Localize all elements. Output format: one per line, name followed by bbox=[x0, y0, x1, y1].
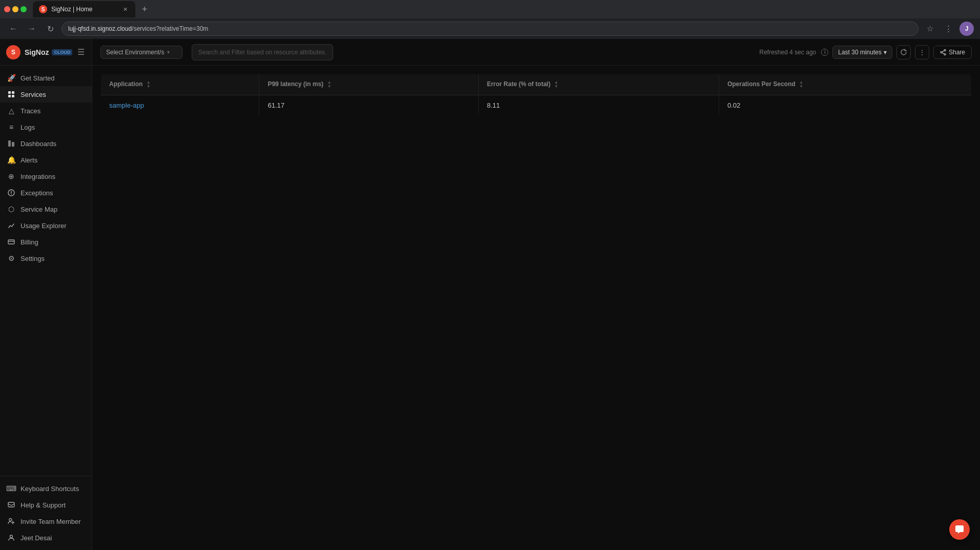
svg-rect-0 bbox=[8, 91, 11, 94]
svg-rect-5 bbox=[12, 142, 14, 147]
service-map-icon: ⬡ bbox=[7, 205, 15, 213]
sidebar-item-get-started[interactable]: 🚀 Get Started bbox=[0, 70, 92, 86]
keyboard-shortcuts-item[interactable]: ⌨ Keyboard Shortcuts bbox=[0, 480, 92, 497]
header-left: Select Environment/s ▾ Search and Filter… bbox=[100, 44, 333, 60]
new-tab-button[interactable]: + bbox=[137, 2, 152, 16]
invite-team-member-item[interactable]: Invite Team Member bbox=[0, 513, 92, 529]
col-application[interactable]: Application ▲▼ bbox=[101, 74, 259, 95]
profile-button[interactable]: J bbox=[959, 22, 974, 36]
cell-application: sample-app bbox=[101, 95, 259, 116]
share-icon bbox=[940, 49, 946, 55]
app-link[interactable]: sample-app bbox=[109, 101, 144, 109]
col-ops-per-second[interactable]: Operations Per Second ▲▼ bbox=[719, 74, 972, 95]
browser-tab-active[interactable]: S SigNoz | Home ✕ bbox=[33, 1, 135, 17]
col-error-rate[interactable]: Error Rate (% of total) ▲▼ bbox=[478, 74, 719, 95]
sidebar-item-usage-explorer[interactable]: Usage Explorer bbox=[0, 217, 92, 234]
sort-icon: ▲▼ bbox=[799, 80, 803, 89]
environment-selector[interactable]: Select Environment/s ▾ bbox=[100, 46, 182, 59]
sidebar-item-dashboards[interactable]: Dashboards bbox=[0, 135, 92, 152]
sidebar-item-settings[interactable]: ⚙ Settings bbox=[0, 250, 92, 267]
get-started-icon: 🚀 bbox=[7, 74, 15, 82]
forward-button[interactable]: → bbox=[25, 22, 39, 36]
address-url: lujj-qfsd.in.signoz.cloud/services?relat… bbox=[68, 25, 208, 32]
chat-icon bbox=[954, 524, 965, 535]
sidebar-item-label: Integrations bbox=[21, 173, 55, 180]
brand-name: SigNoz bbox=[25, 48, 49, 56]
sidebar-item-label: Usage Explorer bbox=[21, 222, 67, 230]
col-error-label: Error Rate (% of total) bbox=[487, 80, 550, 88]
invite-icon bbox=[7, 517, 15, 525]
sidebar-item-service-map[interactable]: ⬡ Service Map bbox=[0, 201, 92, 217]
billing-icon bbox=[7, 238, 15, 246]
sidebar: S SigNoz CLOUD ☰ 🚀 Get Started Services … bbox=[0, 39, 92, 550]
address-bar[interactable]: lujj-qfsd.in.signoz.cloud/services?relat… bbox=[62, 22, 918, 36]
env-select-text: Select Environment/s bbox=[106, 49, 164, 56]
back-button[interactable]: ← bbox=[6, 22, 21, 36]
sidebar-item-label: Dashboards bbox=[21, 140, 56, 148]
chat-widget[interactable] bbox=[949, 519, 970, 540]
tab-favicon: S bbox=[39, 5, 47, 13]
more-options-button[interactable]: ⋮ bbox=[915, 45, 929, 59]
svg-point-8 bbox=[11, 194, 12, 195]
refresh-info: Refreshed 4 sec ago i bbox=[760, 49, 829, 56]
tab-title: SigNoz | Home bbox=[51, 6, 117, 13]
cell-p99-latency: 61.17 bbox=[259, 95, 479, 116]
svg-rect-1 bbox=[12, 91, 14, 94]
info-icon: i bbox=[821, 49, 828, 56]
cloud-badge: CLOUD bbox=[52, 49, 72, 55]
header-right: Refreshed 4 sec ago i Last 30 minutes ▾ … bbox=[760, 45, 972, 59]
cell-error-rate: 8.11 bbox=[478, 95, 719, 116]
sidebar-item-services[interactable]: Services bbox=[0, 86, 92, 103]
sidebar-item-logs[interactable]: ≡ Logs bbox=[0, 119, 92, 135]
services-table: Application ▲▼ P99 latency (in ms) ▲▼ Er… bbox=[100, 74, 972, 116]
help-support-label: Help & Support bbox=[21, 501, 66, 509]
dashboards-icon bbox=[7, 139, 15, 148]
sidebar-toggle-button[interactable]: ☰ bbox=[76, 46, 86, 58]
window-maximize-button[interactable] bbox=[21, 6, 27, 12]
exceptions-icon bbox=[7, 189, 15, 197]
usage-explorer-icon bbox=[7, 221, 15, 230]
svg-rect-3 bbox=[12, 95, 14, 97]
col-application-label: Application bbox=[109, 80, 142, 88]
window-controls bbox=[4, 6, 27, 12]
col-ops-label: Operations Per Second bbox=[727, 80, 795, 88]
col-p99-latency[interactable]: P99 latency (in ms) ▲▼ bbox=[259, 74, 479, 95]
extension-button[interactable]: ⋮ bbox=[941, 22, 955, 36]
help-support-item[interactable]: Help & Support bbox=[0, 497, 92, 513]
table-container: Application ▲▼ P99 latency (in ms) ▲▼ Er… bbox=[92, 66, 980, 550]
sidebar-item-traces[interactable]: △ Traces bbox=[0, 103, 92, 119]
refresh-button[interactable]: ↻ bbox=[43, 22, 57, 36]
sidebar-item-billing[interactable]: Billing bbox=[0, 234, 92, 250]
bookmark-button[interactable]: ☆ bbox=[923, 22, 937, 36]
sidebar-header: S SigNoz CLOUD ☰ bbox=[0, 39, 92, 66]
sidebar-item-exceptions[interactable]: Exceptions bbox=[0, 185, 92, 201]
sidebar-item-integrations[interactable]: ⊕ Integrations bbox=[0, 168, 92, 185]
sidebar-item-label: Traces bbox=[21, 107, 40, 115]
address-bar-row: ← → ↻ lujj-qfsd.in.signoz.cloud/services… bbox=[0, 18, 980, 39]
alerts-icon: 🔔 bbox=[7, 156, 15, 164]
logs-icon: ≡ bbox=[7, 123, 15, 131]
keyboard-shortcuts-icon: ⌨ bbox=[7, 484, 15, 493]
sidebar-item-label: Exceptions bbox=[21, 189, 53, 197]
main-header: Select Environment/s ▾ Search and Filter… bbox=[92, 39, 980, 66]
svg-rect-4 bbox=[8, 140, 11, 147]
table-header: Application ▲▼ P99 latency (in ms) ▲▼ Er… bbox=[101, 74, 972, 95]
svg-line-19 bbox=[942, 51, 944, 52]
window-minimize-button[interactable] bbox=[12, 6, 18, 12]
table-header-row: Application ▲▼ P99 latency (in ms) ▲▼ Er… bbox=[101, 74, 972, 95]
time-range-selector[interactable]: Last 30 minutes ▾ bbox=[832, 46, 892, 59]
tab-close-button[interactable]: ✕ bbox=[121, 5, 129, 13]
window-close-button[interactable] bbox=[4, 6, 10, 12]
user-profile-item[interactable]: Jeet Desai bbox=[0, 529, 92, 546]
user-name-label: Jeet Desai bbox=[21, 534, 52, 542]
browser-chrome: S SigNoz | Home ✕ + ← → ↻ lujj-qfsd.in.s… bbox=[0, 0, 980, 39]
services-icon bbox=[7, 90, 15, 98]
search-filter-bar[interactable]: Search and Filter based on resource attr… bbox=[192, 44, 333, 60]
share-label: Share bbox=[949, 49, 965, 56]
main-content: Select Environment/s ▾ Search and Filter… bbox=[92, 39, 980, 550]
cell-ops-per-second: 0.02 bbox=[719, 95, 972, 116]
refresh-button[interactable] bbox=[896, 45, 911, 59]
sidebar-item-alerts[interactable]: 🔔 Alerts bbox=[0, 152, 92, 168]
svg-point-17 bbox=[941, 51, 942, 53]
share-button[interactable]: Share bbox=[933, 46, 972, 59]
